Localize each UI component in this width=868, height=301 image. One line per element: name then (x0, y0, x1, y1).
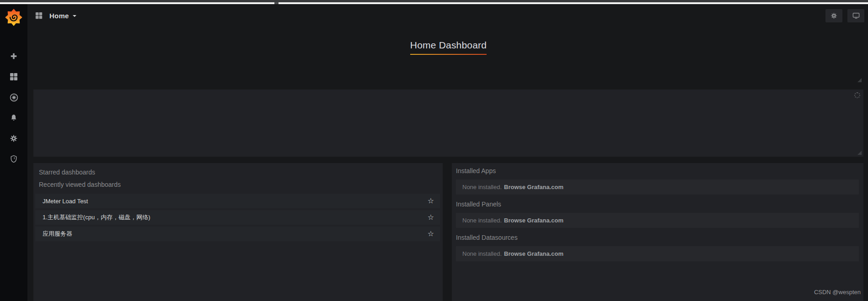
dashboard-list-panel: Starred dashboards Recently viewed dashb… (33, 163, 443, 301)
page-title: Home Dashboard (410, 40, 487, 51)
installed-apps-card: None installed. Browse Grafana.com (456, 180, 859, 195)
star-icon[interactable]: ☆ (428, 197, 434, 205)
sidebar-nav (5, 51, 22, 164)
dashboard-list-item[interactable]: JMeter Load Test ☆ (35, 194, 440, 208)
sidebar-item-explore[interactable] (5, 92, 22, 102)
installed-panels-header: Installed Panels (456, 201, 859, 208)
app-shell: Home (0, 4, 868, 301)
dashboards-icon (9, 72, 18, 81)
welcome-panel: Home Dashboard (33, 27, 863, 87)
sidebar-item-dashboards[interactable] (5, 72, 22, 82)
installed-panels-card: None installed. Browse Grafana.com (456, 213, 859, 228)
chevron-down-icon (73, 15, 76, 17)
grafana-logo-svg (5, 9, 22, 26)
sidebar-item-alerting[interactable] (5, 113, 22, 123)
dashboard-picker[interactable]: Home (35, 11, 76, 20)
none-installed-label: None installed. (462, 250, 502, 257)
browse-grafana-link[interactable]: Browse Grafana.com (504, 217, 563, 224)
main-area: Home (27, 4, 868, 301)
gear-icon (830, 12, 838, 20)
browse-grafana-link[interactable]: Browse Grafana.com (504, 184, 563, 190)
none-installed-label: None installed. (462, 217, 502, 224)
dashboard-link-label: JMeter Load Test (43, 198, 88, 205)
explore-compass-icon (9, 93, 19, 102)
star-icon[interactable]: ☆ (428, 214, 434, 221)
empty-panel (33, 90, 863, 157)
bottom-row: Starred dashboards Recently viewed dashb… (33, 163, 863, 301)
dashboard-link-label: 1.主机基础监控(cpu，内存，磁盘，网络) (43, 213, 150, 222)
shield-icon (9, 154, 18, 164)
none-installed-label: None installed. (462, 184, 502, 190)
sidebar-item-configuration[interactable] (5, 133, 22, 143)
gear-icon (9, 134, 18, 143)
dashboard-settings-button[interactable] (825, 9, 842, 22)
grafana-home-page: Home (0, 0, 868, 301)
navbar-actions (820, 9, 864, 22)
starred-dashboards-header: Starred dashboards (39, 169, 440, 176)
loading-spinner-icon (854, 92, 860, 98)
installed-datasources-header: Installed Datasources (456, 234, 859, 241)
panel-resize-handle[interactable] (857, 151, 862, 155)
breadcrumb: Home (49, 12, 69, 20)
star-icon[interactable]: ☆ (428, 230, 434, 238)
dashboard-link-label: 应用服务器 (43, 230, 72, 238)
alerting-bell-icon (9, 113, 18, 122)
browse-grafana-link[interactable]: Browse Grafana.com (504, 250, 563, 257)
sidebar-item-server-admin[interactable] (5, 154, 22, 164)
plugin-list-panel: Installed Apps None installed. Browse Gr… (452, 163, 863, 301)
plus-icon (9, 52, 18, 61)
sidebar-item-create[interactable] (5, 51, 22, 61)
recent-dashboards-header: Recently viewed dashboards (39, 181, 440, 188)
top-navbar: Home (27, 4, 868, 27)
csdn-watermark: CSDN @wespten (814, 289, 861, 296)
dashboard-list-item[interactable]: 应用服务器 ☆ (35, 227, 440, 241)
tv-monitor-icon (852, 11, 860, 20)
cycle-view-mode-button[interactable] (847, 9, 864, 22)
sidebar (0, 4, 27, 301)
dashboard-grid: Home Dashboard Starred dashboards Recent… (27, 27, 868, 301)
dashboard-grid-icon (35, 11, 43, 20)
page-title-wrap: Home Dashboard (406, 40, 491, 55)
grafana-logo-icon[interactable] (4, 7, 24, 27)
panel-resize-handle[interactable] (857, 78, 862, 82)
installed-datasources-card: None installed. Browse Grafana.com (456, 246, 859, 261)
dashboard-list-item[interactable]: 1.主机基础监控(cpu，内存，磁盘，网络) ☆ (35, 210, 440, 225)
title-underline (410, 54, 487, 55)
installed-apps-header: Installed Apps (456, 167, 859, 174)
